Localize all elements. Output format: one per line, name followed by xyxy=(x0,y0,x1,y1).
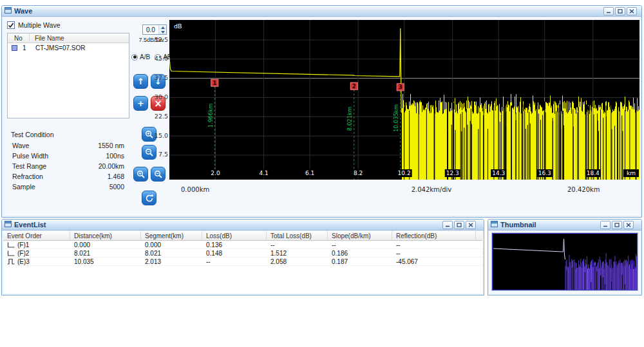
y-axis-tick: 22.5 xyxy=(146,113,168,120)
svg-text:2: 2 xyxy=(352,83,356,89)
x-axis-unit: km xyxy=(627,170,636,176)
axis-start-label: 0.000km xyxy=(181,186,209,193)
event-col-header[interactable]: Segment(km) xyxy=(141,231,202,240)
event-cell: 0.000 xyxy=(141,241,202,249)
event-col-header[interactable]: Total Loss(dB) xyxy=(267,231,328,240)
thumbnail-titlebar[interactable]: Thumbnail xyxy=(488,220,641,230)
wave-titlebar[interactable]: Wave xyxy=(2,6,641,17)
x-axis-tick: 14.3 xyxy=(492,170,505,176)
event-row[interactable]: (F)28.0218.0210.1481.5120.186-- xyxy=(3,249,482,258)
multiple-wave-checkbox[interactable]: Multiple Wave xyxy=(7,21,61,29)
file-no: 1 xyxy=(23,44,35,52)
eventlist-window-title: EventList xyxy=(14,221,46,229)
minimize-icon[interactable] xyxy=(442,221,453,229)
svg-text:1: 1 xyxy=(213,80,216,86)
marker-distance-label: 8.021km xyxy=(346,107,353,131)
event-col-header[interactable]: Reflection(dB) xyxy=(392,231,476,240)
checkbox-checked-icon xyxy=(7,21,15,29)
x-axis-tick: 10.2 xyxy=(398,170,411,176)
marker-distance-label: 10.035km xyxy=(393,104,399,132)
desktop: Wave Multiple Wave No File Name 1CT-JMS=… xyxy=(0,0,644,347)
y-axis-tick: 7.5 xyxy=(146,151,168,158)
y-axis-tick: 45.0 xyxy=(146,55,168,62)
x-axis-tick: 2.0 xyxy=(211,170,220,176)
close-icon[interactable] xyxy=(627,7,637,15)
test-condition-row: Refraction1.468 xyxy=(12,173,124,180)
event-cell: -- xyxy=(392,241,476,249)
maximize-icon[interactable] xyxy=(454,221,464,229)
event-table-header: Event OrderDistance(km)Segment(km)Loss(d… xyxy=(3,231,482,241)
event-cell: 0.187 xyxy=(328,258,392,265)
file-col-name: File Name xyxy=(30,33,64,42)
maximize-icon[interactable] xyxy=(612,221,622,229)
zoom-vertical-button[interactable] xyxy=(151,167,166,182)
file-name: CT-JMS=07.SOR xyxy=(35,44,86,52)
file-list-header: No File Name xyxy=(8,33,129,43)
event-cell: 0.186 xyxy=(328,250,392,257)
spinner-arrows-icon[interactable] xyxy=(158,25,166,34)
y-axis-tick: 52.5 xyxy=(146,36,168,43)
magnifier-plus-icon xyxy=(137,170,146,179)
offset-value: 0.0 xyxy=(143,25,158,34)
otdr-chart[interactable]: 11.966km28.021km310.035km2.04.16.18.210.… xyxy=(169,20,639,180)
refresh-icon xyxy=(145,194,154,203)
wave-file-list[interactable]: No File Name 1CT-JMS=07.SOR xyxy=(7,33,129,118)
x-axis-tick: 6.1 xyxy=(305,170,314,176)
marker-1[interactable]: 1 xyxy=(211,79,218,86)
y-axis-unit: dB xyxy=(174,23,182,30)
minimize-icon[interactable] xyxy=(600,221,611,229)
event-cell: 0.136 xyxy=(202,241,267,249)
zoom-horizontal-button[interactable] xyxy=(133,167,148,182)
maximize-icon[interactable] xyxy=(615,7,625,15)
wave-window: Wave Multiple Wave No File Name 1CT-JMS=… xyxy=(1,5,642,218)
y-axis-tick: 30.0 xyxy=(146,93,168,100)
event-row[interactable]: (E)310.0352.013--2.0580.187-45.067 xyxy=(3,258,482,266)
test-condition-title: Test Condition xyxy=(11,131,54,138)
reset-zoom-button[interactable] xyxy=(142,191,156,205)
event-table[interactable]: (F)10.0000.0000.136------(F)28.0218.0210… xyxy=(3,241,482,266)
x-axis-tick: 12.3 xyxy=(446,170,459,176)
test-condition-row: Sample5000 xyxy=(12,183,124,191)
event-col-header[interactable]: Loss(dB) xyxy=(202,231,267,240)
close-icon[interactable] xyxy=(623,221,634,229)
marker-distance-label: 1.966km xyxy=(207,104,214,128)
event-cell: -- xyxy=(328,241,392,249)
tc-label: Refraction xyxy=(12,173,43,180)
tc-label: Sample xyxy=(12,183,35,191)
thumbnail-chart[interactable] xyxy=(491,232,638,291)
event-cell: 10.035 xyxy=(70,258,141,265)
x-axis-tick: 4.1 xyxy=(259,170,268,176)
axis-end-label: 20.420km xyxy=(567,186,600,193)
wave-window-title: Wave xyxy=(14,7,32,15)
event-order-cell: (F)2 xyxy=(3,250,70,257)
minimize-icon[interactable] xyxy=(603,7,614,15)
file-row[interactable]: 1CT-JMS=07.SOR xyxy=(8,43,129,53)
event-cell: 2.058 xyxy=(267,258,328,265)
test-condition-row: Wave1550 nm xyxy=(12,142,124,149)
event-order-cell: (F)1 xyxy=(3,241,70,249)
thumbnail-window: Thumbnail xyxy=(488,219,642,295)
close-icon[interactable] xyxy=(466,221,476,229)
event-col-header[interactable]: Slope(dB/km) xyxy=(328,231,392,240)
event-order-label: (E)3 xyxy=(17,258,30,265)
file-col-no: No xyxy=(8,33,30,42)
splice-event-icon xyxy=(7,241,15,249)
magnifier-minus-icon xyxy=(154,170,163,179)
axis-per-div-label: 2.042km/div xyxy=(390,186,473,193)
y-axis-tick: 37.5 xyxy=(146,74,168,81)
eventlist-titlebar[interactable]: EventList xyxy=(2,220,484,230)
thumbnail-window-title: Thumbnail xyxy=(500,221,536,229)
event-row[interactable]: (F)10.0000.0000.136------ xyxy=(3,241,482,249)
event-cell: 8.021 xyxy=(70,250,141,257)
tc-value: 100ns xyxy=(106,152,124,160)
event-order-cell: (E)3 xyxy=(3,258,70,265)
marker-2[interactable]: 2 xyxy=(350,82,357,89)
svg-text:3: 3 xyxy=(399,84,402,90)
event-col-header[interactable]: Event Order xyxy=(3,231,70,240)
event-cell: 0.148 xyxy=(202,250,267,257)
marker-3[interactable]: 3 xyxy=(397,84,404,91)
tc-value: 20.00km xyxy=(99,162,124,170)
event-col-header[interactable]: Distance(km) xyxy=(70,231,141,240)
event-cell: 8.021 xyxy=(141,250,202,257)
offset-spinner[interactable]: 0.0 xyxy=(142,24,167,35)
